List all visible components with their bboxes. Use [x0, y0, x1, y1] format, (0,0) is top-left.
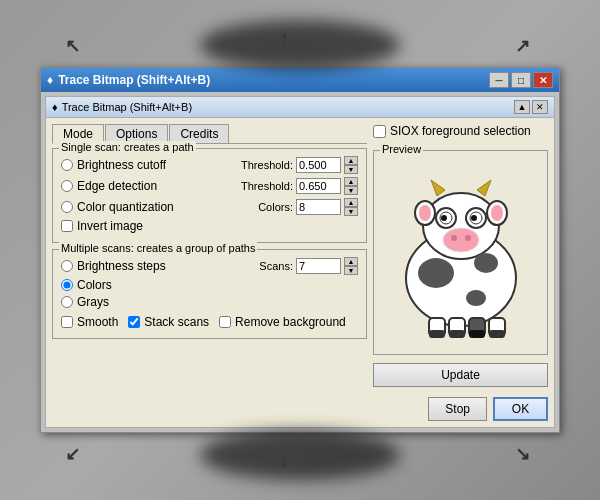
color-quantization-row: Color quantization Colors: ▲ ▼	[61, 198, 358, 216]
color-count: Colors: ▲ ▼	[258, 198, 358, 216]
colors-down[interactable]: ▼	[344, 207, 358, 216]
outer-titlebar: ♦ Trace Bitmap (Shift+Alt+B) ─ □ ✕	[41, 68, 559, 92]
preview-content	[378, 155, 543, 350]
inner-window-title: Trace Bitmap (Shift+Alt+B)	[62, 101, 192, 113]
inner-titlebar: ♦ Trace Bitmap (Shift+Alt+B) ▲ ✕	[46, 97, 554, 118]
preview-group: Preview	[373, 150, 548, 355]
cow-image	[391, 168, 531, 338]
multiple-scans-group: Multiple scans: creates a group of paths…	[52, 249, 367, 339]
edge-threshold-spinner: ▲ ▼	[344, 177, 358, 195]
resize-handle-bc[interactable]: ↓	[280, 451, 289, 472]
brightness-cutoff-radio[interactable]	[61, 159, 73, 171]
outer-maximize-button[interactable]: □	[511, 72, 531, 88]
scans-label: Scans:	[259, 260, 293, 272]
single-scan-label: Single scan: creates a path	[59, 141, 196, 153]
smooth-row: Smooth	[61, 315, 118, 329]
resize-handle-bl[interactable]: ↙	[65, 443, 80, 465]
edge-threshold-up[interactable]: ▲	[344, 177, 358, 186]
resize-handle-tc[interactable]: ↑	[280, 28, 289, 49]
scans-up[interactable]: ▲	[344, 257, 358, 266]
colors-input[interactable]	[296, 199, 341, 215]
svg-point-2	[418, 258, 454, 288]
inner-close-button[interactable]: ✕	[532, 100, 548, 114]
siox-checkbox[interactable]	[373, 125, 386, 138]
stack-scans-checkbox[interactable]	[128, 316, 140, 328]
invert-image-label: Invert image	[77, 219, 143, 233]
svg-point-3	[474, 253, 498, 273]
brightness-threshold-up[interactable]: ▲	[344, 156, 358, 165]
resize-handle-tr[interactable]: ↗	[515, 35, 530, 57]
svg-point-15	[443, 228, 479, 252]
edge-threshold-input[interactable]	[296, 178, 341, 194]
single-scan-group: Single scan: creates a path Brightness c…	[52, 148, 367, 243]
brightness-threshold-label: Threshold:	[241, 159, 293, 171]
resize-handle-tl[interactable]: ↖	[65, 35, 80, 57]
svg-point-16	[451, 235, 457, 241]
scans-input[interactable]	[296, 258, 341, 274]
scans-down[interactable]: ▼	[344, 266, 358, 275]
update-button[interactable]: Update	[373, 363, 548, 387]
scans-count: Scans: ▲ ▼	[259, 257, 358, 275]
outer-minimize-button[interactable]: ─	[489, 72, 509, 88]
edge-detection-radio[interactable]	[61, 180, 73, 192]
colors-up[interactable]: ▲	[344, 198, 358, 207]
colors-opt-label: Colors	[77, 278, 112, 292]
edge-detection-label: Edge detection	[77, 179, 157, 193]
remove-background-checkbox[interactable]	[219, 316, 231, 328]
inner-window-icon: ♦	[52, 101, 58, 113]
right-panel: SIOX foreground selection Preview	[373, 124, 548, 387]
svg-point-8	[491, 205, 503, 221]
stack-scans-row: Stack scans	[128, 315, 209, 329]
grays-radio[interactable]	[61, 296, 73, 308]
svg-point-6	[419, 205, 431, 221]
edge-threshold-down[interactable]: ▼	[344, 186, 358, 195]
brightness-steps-radio[interactable]	[61, 260, 73, 272]
brightness-threshold-spinner: ▲ ▼	[344, 156, 358, 174]
svg-point-4	[466, 290, 486, 306]
brightness-threshold-down[interactable]: ▼	[344, 165, 358, 174]
color-quantization-radio[interactable]	[61, 201, 73, 213]
remove-background-row: Remove background	[219, 315, 346, 329]
bottom-checkboxes: Smooth Stack scans Remove background	[61, 312, 358, 332]
brightness-cutoff-label: Brightness cutoff	[77, 158, 166, 172]
scans-spinner: ▲ ▼	[344, 257, 358, 275]
color-quantization-label: Color quantization	[77, 200, 174, 214]
grays-label: Grays	[77, 295, 109, 309]
inner-window: ♦ Trace Bitmap (Shift+Alt+B) ▲ ✕ Mode Op…	[45, 96, 555, 428]
edge-threshold-label: Threshold:	[241, 180, 293, 192]
svg-marker-18	[431, 180, 445, 196]
grays-row: Grays	[61, 295, 358, 309]
main-content: Mode Options Credits Single scan: create…	[46, 118, 554, 393]
inner-titlebar-buttons: ▲ ✕	[514, 100, 548, 114]
outer-window-title: Trace Bitmap (Shift+Alt+B)	[58, 73, 210, 87]
outer-close-button[interactable]: ✕	[533, 72, 553, 88]
svg-marker-19	[477, 180, 491, 196]
svg-point-11	[441, 215, 447, 221]
svg-rect-24	[429, 330, 445, 338]
svg-rect-26	[469, 330, 485, 338]
brightness-steps-row: Brightness steps Scans: ▲ ▼	[61, 257, 358, 275]
outer-titlebar-buttons: ─ □ ✕	[489, 72, 553, 88]
resize-handle-br[interactable]: ↘	[515, 443, 530, 465]
svg-point-14	[471, 215, 477, 221]
colors-radio[interactable]	[61, 279, 73, 291]
multiple-scans-label: Multiple scans: creates a group of paths	[59, 242, 257, 254]
stack-scans-label: Stack scans	[144, 315, 209, 329]
inner-titlebar-left: ♦ Trace Bitmap (Shift+Alt+B)	[52, 101, 192, 113]
stop-button[interactable]: Stop	[428, 397, 487, 421]
remove-background-label: Remove background	[235, 315, 346, 329]
siox-row: SIOX foreground selection	[373, 124, 548, 138]
outer-titlebar-left: ♦ Trace Bitmap (Shift+Alt+B)	[47, 73, 210, 87]
colors-row: Colors	[61, 278, 358, 292]
smooth-label: Smooth	[77, 315, 118, 329]
invert-image-row: Invert image	[61, 219, 358, 233]
brightness-threshold-input[interactable]	[296, 157, 341, 173]
bottom-buttons: Stop OK	[46, 393, 554, 427]
invert-image-checkbox[interactable]	[61, 220, 73, 232]
ok-button[interactable]: OK	[493, 397, 548, 421]
brightness-cutoff-row: Brightness cutoff Threshold: ▲ ▼	[61, 156, 358, 174]
inner-restore-button[interactable]: ▲	[514, 100, 530, 114]
edge-detection-row: Edge detection Threshold: ▲ ▼	[61, 177, 358, 195]
smooth-checkbox[interactable]	[61, 316, 73, 328]
brightness-steps-label: Brightness steps	[77, 259, 166, 273]
